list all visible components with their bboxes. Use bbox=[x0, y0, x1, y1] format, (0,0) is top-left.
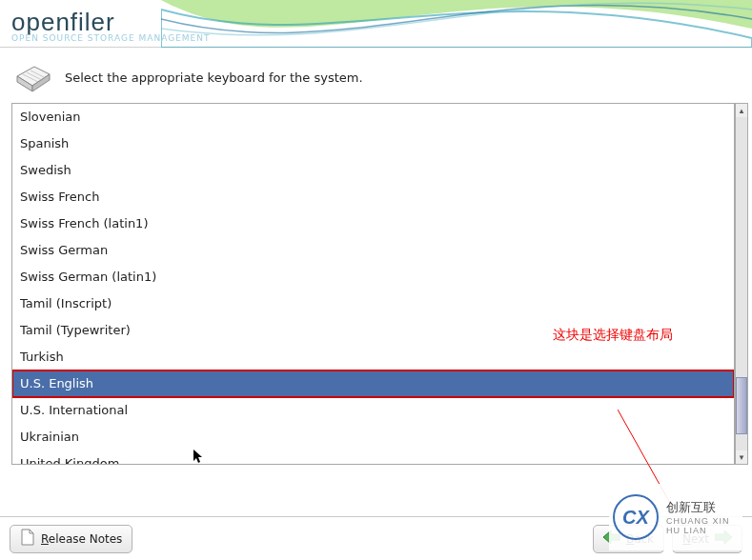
keyboard-option[interactable]: Turkish bbox=[12, 344, 734, 370]
scroll-thumb[interactable] bbox=[736, 377, 747, 434]
watermark-mark: CX bbox=[622, 507, 649, 529]
scrollbar[interactable]: ▴ ▾ bbox=[735, 103, 748, 465]
prompt-row: Select the appropriate keyboard for the … bbox=[0, 48, 752, 103]
watermark-sub: CHUANG XIN HU LIAN bbox=[666, 516, 739, 535]
logo-text: openfiler bbox=[11, 8, 115, 36]
keyboard-icon bbox=[11, 61, 53, 93]
scroll-track[interactable] bbox=[736, 117, 747, 450]
document-icon bbox=[20, 529, 35, 549]
keyboard-option[interactable]: Swiss German (latin1) bbox=[12, 264, 734, 290]
release-notes-button[interactable]: Release Notes bbox=[10, 525, 132, 553]
logo: openfiler OPEN SOURCE STORAGE MANAGEMENT bbox=[11, 8, 211, 43]
watermark-brand: 创新互联 bbox=[666, 499, 739, 516]
prompt-text: Select the appropriate keyboard for the … bbox=[65, 70, 363, 85]
keyboard-option[interactable]: Slovenian bbox=[12, 104, 734, 130]
keyboard-option[interactable]: Swedish bbox=[12, 157, 734, 184]
header-banner: openfiler OPEN SOURCE STORAGE MANAGEMENT bbox=[0, 0, 752, 48]
keyboard-option[interactable]: Spanish bbox=[12, 130, 734, 157]
scroll-down-button[interactable]: ▾ bbox=[736, 450, 747, 464]
keyboard-list[interactable]: SlovenianSpanishSwedishSwiss FrenchSwiss… bbox=[11, 103, 735, 465]
annotation-text: 这块是选择键盘布局 bbox=[553, 327, 673, 344]
keyboard-list-container: SlovenianSpanishSwedishSwiss FrenchSwiss… bbox=[11, 103, 748, 465]
keyboard-option[interactable]: United Kingdom bbox=[12, 450, 734, 465]
keyboard-option[interactable]: U.S. International bbox=[12, 397, 734, 424]
watermark: CX 创新互联 CHUANG XIN HU LIAN bbox=[609, 484, 742, 550]
release-notes-label: Release Notes bbox=[41, 532, 122, 546]
keyboard-option[interactable]: Swiss French (latin1) bbox=[12, 210, 734, 237]
header-swirl-art bbox=[161, 0, 752, 48]
svg-marker-8 bbox=[22, 530, 33, 545]
watermark-logo-icon: CX bbox=[613, 494, 659, 540]
keyboard-option[interactable]: Ukrainian bbox=[12, 424, 734, 450]
keyboard-option[interactable]: Tamil (Inscript) bbox=[12, 290, 734, 317]
keyboard-option[interactable]: Swiss French bbox=[12, 184, 734, 210]
keyboard-option[interactable]: U.S. English bbox=[12, 370, 734, 397]
logo-tagline: OPEN SOURCE STORAGE MANAGEMENT bbox=[11, 33, 211, 43]
scroll-up-button[interactable]: ▴ bbox=[736, 104, 747, 117]
keyboard-option[interactable]: Swiss German bbox=[12, 237, 734, 264]
